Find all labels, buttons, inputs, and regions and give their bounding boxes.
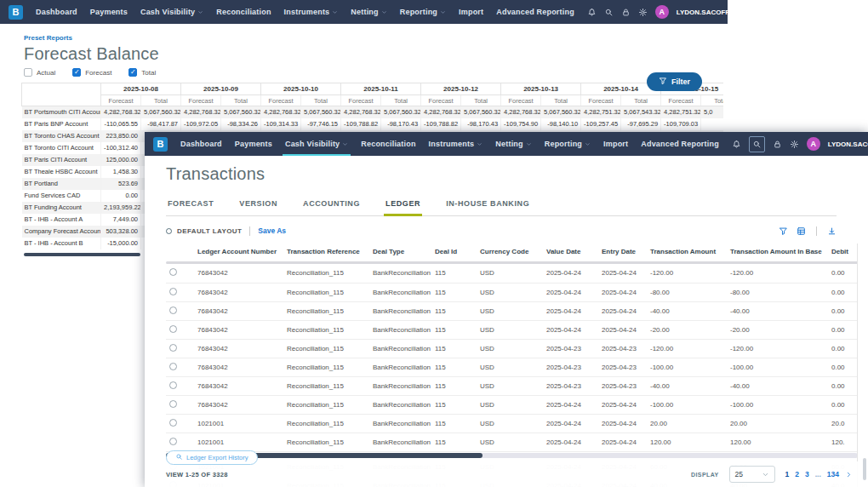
- row-radio[interactable]: [169, 419, 177, 427]
- nav-item-reconciliation[interactable]: Reconciliation: [216, 0, 271, 24]
- row-radio[interactable]: [169, 400, 177, 408]
- app-logo[interactable]: B: [9, 5, 23, 20]
- page-134[interactable]: 134: [827, 470, 839, 478]
- row-radio[interactable]: [169, 438, 177, 445]
- forecast-row[interactable]: BT Paris BNP Account-110,065.55-98,417.8…: [22, 118, 724, 130]
- table-row[interactable]: 76843042Reconciliation_115BankReconcilia…: [166, 301, 858, 320]
- table-row[interactable]: 76843042Reconciliation_115BankReconcilia…: [166, 283, 858, 301]
- table-row[interactable]: 76843042Reconciliation_115BankReconcilia…: [166, 264, 858, 283]
- forecast-value: 5,067,560.32: [541, 106, 581, 118]
- filter-icon[interactable]: [779, 226, 788, 236]
- checkbox-actual[interactable]: Actual: [24, 68, 55, 77]
- chevron-down-icon: [342, 141, 348, 147]
- nav-item-instruments[interactable]: Instruments: [429, 132, 483, 156]
- nav-item-import[interactable]: Import: [459, 0, 483, 24]
- nav-item-netting[interactable]: Netting: [495, 132, 531, 156]
- table-row[interactable]: 76843042Reconciliation_115BankReconcilia…: [166, 376, 858, 395]
- cell: 76843042: [194, 264, 283, 283]
- row-radio[interactable]: [169, 307, 177, 314]
- cell: USD: [477, 433, 543, 451]
- search-icon[interactable]: [749, 136, 765, 152]
- display-label: DISPLAY: [691, 472, 719, 478]
- tab-bar: FORECASTVERSIONACCOUNTINGLEDGERIN-HOUSE …: [166, 194, 837, 216]
- cell: 2025-04-24: [598, 414, 647, 433]
- layout-radio-icon[interactable]: [166, 228, 172, 234]
- tab-version[interactable]: VERSION: [237, 194, 279, 216]
- nav-item-netting[interactable]: Netting: [351, 0, 386, 24]
- nav-item-instruments[interactable]: Instruments: [284, 0, 339, 24]
- row-radio[interactable]: [169, 344, 177, 352]
- nav-item-reconciliation[interactable]: Reconciliation: [361, 132, 415, 156]
- lock-icon[interactable]: [773, 140, 782, 149]
- forecast-value: 5,0: [701, 106, 723, 118]
- forecast-value: 5,067,560.32: [141, 106, 181, 118]
- bell-icon[interactable]: [587, 8, 597, 17]
- table-row[interactable]: 1021001Reconciliation_115BankReconciliat…: [166, 414, 858, 433]
- nav-item-import[interactable]: Import: [603, 132, 628, 156]
- next-page-icon[interactable]: [845, 471, 853, 478]
- tab-ledger[interactable]: LEDGER: [384, 194, 422, 216]
- lock-icon[interactable]: [621, 8, 631, 17]
- cell: Reconciliation_115: [283, 264, 369, 283]
- page-2[interactable]: 2: [795, 470, 799, 478]
- nav-right: A LYDON.SACOFF@BOTTOM...: [587, 5, 771, 19]
- date-column-header: 2025-10-08: [101, 83, 181, 95]
- nav-item-dashboard[interactable]: Dashboard: [180, 132, 222, 156]
- table-row[interactable]: 1021001Reconciliation_115BankReconciliat…: [166, 433, 858, 451]
- bell-icon[interactable]: [732, 140, 741, 149]
- row-radio[interactable]: [169, 268, 177, 276]
- table-row[interactable]: 76843042Reconciliation_115BankReconcilia…: [166, 320, 858, 339]
- breadcrumb[interactable]: Preset Reports: [24, 34, 728, 42]
- grid-columns-icon[interactable]: [797, 226, 806, 236]
- cell: 2025-04-24: [543, 264, 598, 283]
- account-name: BT Theale HSBC Account: [22, 166, 101, 178]
- gear-icon[interactable]: [638, 8, 648, 17]
- cell: USD: [477, 358, 543, 376]
- user-name[interactable]: LYDON.SACOFF@BOTTOM...: [677, 9, 771, 16]
- gear-icon[interactable]: [790, 140, 799, 149]
- row-radio[interactable]: [169, 325, 177, 333]
- nav-item-reporting[interactable]: Reporting: [400, 0, 446, 24]
- nav-right: A LYDON.SACOFF@BOTTOM...: [732, 136, 868, 152]
- table-row[interactable]: 76843042Reconciliation_115BankReconcilia…: [166, 339, 858, 358]
- row-radio[interactable]: [169, 288, 177, 295]
- account-column-header: [22, 83, 101, 106]
- checkbox-total[interactable]: ✓Total: [128, 68, 156, 77]
- search-icon[interactable]: [604, 8, 614, 17]
- tab-accounting[interactable]: ACCOUNTING: [301, 194, 362, 216]
- table-row[interactable]: 76843042Reconciliation_115BankReconcilia…: [166, 358, 858, 376]
- page-3[interactable]: 3: [805, 470, 809, 478]
- chevron-down-icon: [526, 141, 532, 147]
- nav-item-payments[interactable]: Payments: [235, 132, 272, 156]
- column-header: Deal Type: [369, 244, 431, 261]
- avatar[interactable]: A: [655, 5, 669, 19]
- nav-item-cash-visibility[interactable]: Cash Visibility: [285, 132, 348, 156]
- table-row[interactable]: 76843042Reconciliation_115BankReconcilia…: [166, 395, 858, 414]
- nav-item-payments[interactable]: Payments: [90, 0, 128, 24]
- horizontal-scrollbar-thumb[interactable]: [24, 253, 140, 256]
- filter-button[interactable]: Filter: [647, 72, 702, 91]
- nav-item-dashboard[interactable]: Dashboard: [36, 0, 77, 24]
- nav-item-advanced-reporting[interactable]: Advanced Reporting: [496, 0, 574, 24]
- user-name[interactable]: LYDON.SACOFF@BOTTOM...: [828, 140, 868, 148]
- layout-name: DEFAULT LAYOUT: [177, 227, 242, 235]
- tab-in-house-banking[interactable]: IN-HOUSE BANKING: [444, 194, 531, 216]
- nav-item-advanced-reporting[interactable]: Advanced Reporting: [641, 132, 719, 156]
- save-as-link[interactable]: Save As: [258, 226, 286, 235]
- download-icon[interactable]: [827, 226, 837, 236]
- tab-forecast[interactable]: FORECAST: [166, 194, 215, 216]
- app-logo[interactable]: B: [153, 137, 168, 152]
- account-name: Fund Services CAD: [22, 190, 101, 202]
- forecast-row[interactable]: BT Portsmouth CITI Account4,282,768.325,…: [22, 106, 724, 118]
- forecast-value: 5,067,560.32: [461, 106, 501, 118]
- ledger-export-history-button[interactable]: Ledger Export History: [166, 450, 258, 465]
- checkbox-forecast[interactable]: ✓Forecast: [72, 68, 111, 77]
- page-1[interactable]: 1: [785, 470, 790, 478]
- avatar[interactable]: A: [807, 137, 820, 151]
- row-radio[interactable]: [169, 363, 177, 370]
- page-size-select[interactable]: 25: [729, 466, 775, 483]
- vertical-scrollbar-thumb[interactable]: [863, 458, 866, 480]
- nav-item-reporting[interactable]: Reporting: [545, 132, 591, 156]
- nav-item-cash-visibility[interactable]: Cash Visibility: [140, 0, 203, 24]
- row-radio[interactable]: [169, 381, 177, 389]
